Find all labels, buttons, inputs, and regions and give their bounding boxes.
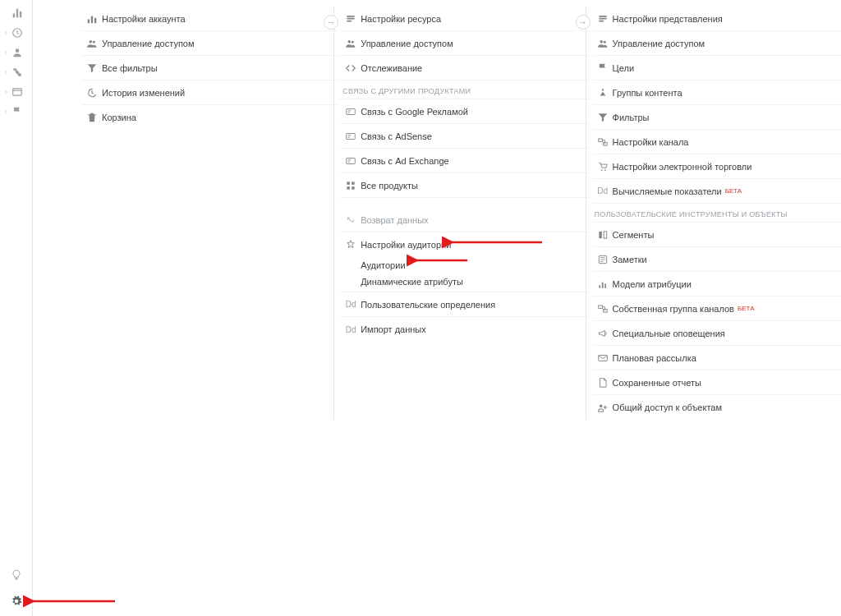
svg-rect-7 bbox=[347, 108, 356, 114]
view-saved-reports-item[interactable]: Сохраненные отчеты bbox=[593, 370, 841, 395]
dd-icon: Dd bbox=[341, 325, 361, 334]
audience-sub-audiences[interactable]: Аудитории bbox=[341, 257, 589, 274]
view-settings-item[interactable]: Настройки представления bbox=[593, 7, 841, 31]
channel-icon bbox=[593, 303, 613, 315]
home-icon bbox=[11, 7, 23, 19]
label: Возврат данных bbox=[361, 215, 428, 225]
account-settings-item[interactable]: Настройки аккаунта bbox=[82, 7, 338, 31]
account-filters-item[interactable]: Все фильтры bbox=[82, 56, 338, 80]
view-notes-item[interactable]: Заметки bbox=[593, 247, 841, 272]
svg-rect-11 bbox=[352, 182, 355, 185]
view-alerts-item[interactable]: Специальные оповещения bbox=[593, 321, 841, 346]
view-goals-item[interactable]: Цели bbox=[593, 56, 841, 80]
chevron-right-icon: › bbox=[5, 48, 10, 57]
annotation-arrow-3 bbox=[25, 590, 123, 612]
label: Корзина bbox=[102, 113, 136, 122]
svg-point-20 bbox=[604, 169, 606, 171]
label: Управление доступом bbox=[613, 39, 705, 48]
label: Настройки аккаунта bbox=[102, 14, 186, 24]
svg-point-16 bbox=[601, 89, 603, 90]
sidebar-item-home[interactable] bbox=[0, 3, 32, 23]
svg-point-5 bbox=[348, 39, 352, 43]
view-segments-item[interactable]: Сегменты bbox=[593, 223, 841, 247]
view-scheduled-item[interactable]: Плановая рассылка bbox=[593, 346, 841, 370]
people-icon bbox=[82, 38, 102, 49]
view-calc-metrics-item[interactable]: Dd Вычисляемые показатели БЕТА bbox=[593, 179, 841, 204]
sidebar-item-realtime[interactable]: › bbox=[0, 23, 32, 43]
svg-rect-26 bbox=[598, 355, 607, 361]
property-custom-defs-item[interactable]: Dd Пользовательские определения bbox=[341, 292, 589, 317]
label: Импорт данных bbox=[361, 324, 426, 334]
label: История изменений bbox=[102, 88, 185, 98]
megaphone-icon bbox=[593, 328, 613, 339]
svg-rect-21 bbox=[599, 231, 602, 237]
collapse-property-button[interactable]: → bbox=[576, 15, 591, 30]
cart-icon bbox=[593, 161, 613, 172]
property-link-adexchange-item[interactable]: Связь с Ad Exchange bbox=[341, 149, 589, 173]
property-settings-item[interactable]: Настройки ресурса bbox=[341, 7, 589, 31]
view-channel-group-item[interactable]: Собственная группа каналов БЕТА bbox=[593, 297, 841, 321]
label: Управление доступом bbox=[361, 39, 453, 48]
property-access-item[interactable]: Управление доступом bbox=[341, 31, 589, 56]
audience-sub-dynamic[interactable]: Динамические атрибуты bbox=[341, 274, 589, 290]
note-icon bbox=[593, 254, 613, 265]
grid-icon bbox=[341, 180, 361, 191]
svg-rect-24 bbox=[598, 305, 602, 308]
link-icon bbox=[341, 106, 361, 117]
property-link-section-header: СВЯЗЬ С ДРУГИМИ ПРОДУКТАМИ bbox=[341, 80, 589, 99]
label: Вычисляемые показатели bbox=[613, 186, 722, 196]
view-access-item[interactable]: Управление доступом bbox=[593, 31, 841, 56]
svg-rect-9 bbox=[347, 158, 356, 163]
sidebar-item-admin[interactable] bbox=[11, 591, 22, 611]
property-import-item[interactable]: Dd Импорт данных bbox=[341, 317, 589, 342]
account-access-item[interactable]: Управление доступом bbox=[82, 31, 338, 56]
user-icon bbox=[11, 47, 23, 58]
account-history-item[interactable]: История изменений bbox=[82, 80, 338, 105]
view-ecommerce-item[interactable]: Настройки электронной торговли bbox=[593, 154, 841, 179]
property-all-products-item[interactable]: Все продукты bbox=[341, 173, 589, 198]
sidebar-item-acquisition[interactable]: › bbox=[0, 62, 32, 82]
svg-rect-8 bbox=[347, 133, 356, 139]
segments-icon bbox=[593, 229, 613, 241]
property-audience-settings-item[interactable]: Настройки аудитории bbox=[341, 232, 589, 257]
dd-icon: Dd bbox=[341, 300, 361, 309]
sidebar-item-conversions[interactable]: › bbox=[0, 102, 32, 122]
flag-icon bbox=[11, 106, 23, 117]
clock-icon bbox=[11, 27, 23, 39]
svg-rect-12 bbox=[347, 186, 351, 190]
trash-icon bbox=[82, 112, 102, 123]
account-trash-item[interactable]: Корзина bbox=[82, 105, 338, 130]
funnel-icon bbox=[593, 112, 613, 123]
view-filters-item[interactable]: Фильтры bbox=[593, 105, 841, 130]
property-data-return-item[interactable]: Возврат данных bbox=[341, 208, 589, 232]
property-link-ads-item[interactable]: Связь с Google Рекламой bbox=[341, 99, 589, 124]
audience-subitems: Аудитории Динамические атрибуты bbox=[341, 257, 589, 292]
share-icon bbox=[593, 402, 613, 413]
sidebar-item-discover[interactable] bbox=[11, 565, 22, 585]
sidebar-item-audience[interactable]: › bbox=[0, 43, 32, 62]
label: Плановая рассылка bbox=[613, 353, 696, 363]
view-channel-settings-item[interactable]: Настройки канала bbox=[593, 130, 841, 154]
sidebar-item-behavior[interactable]: › bbox=[0, 82, 32, 102]
flow-icon bbox=[11, 67, 23, 78]
view-attribution-item[interactable]: Модели атрибуции bbox=[593, 272, 841, 297]
label: Связь с Ad Exchange bbox=[361, 156, 448, 166]
link-icon bbox=[341, 155, 361, 167]
property-tracking-item[interactable]: Отслеживание bbox=[341, 56, 589, 80]
link-icon bbox=[341, 131, 361, 142]
chevron-right-icon: › bbox=[5, 29, 10, 37]
svg-rect-17 bbox=[598, 138, 602, 141]
svg-rect-2 bbox=[13, 89, 22, 95]
account-column: → Настройки аккаунта Управление доступом… bbox=[82, 7, 338, 420]
document-icon bbox=[593, 377, 613, 388]
label: Фильтры bbox=[613, 113, 650, 122]
view-share-item[interactable]: Общий доступ к объектам bbox=[593, 395, 841, 420]
label: Отслеживание bbox=[361, 63, 422, 73]
property-link-adsense-item[interactable]: Связь с AdSense bbox=[341, 124, 589, 149]
label: Настройки ресурса bbox=[361, 14, 441, 24]
gear-icon bbox=[11, 595, 22, 607]
view-content-groups-item[interactable]: Группы контента bbox=[593, 80, 841, 105]
beta-badge: БЕТА bbox=[738, 305, 755, 312]
svg-point-19 bbox=[601, 169, 603, 171]
label: Пользовательские определения bbox=[361, 300, 495, 310]
